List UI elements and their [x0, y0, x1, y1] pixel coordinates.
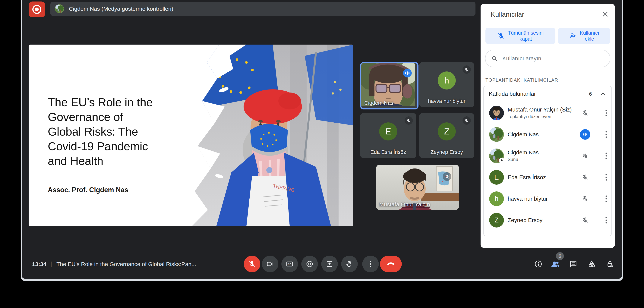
kebab-icon	[605, 109, 607, 117]
participant-menu-button[interactable]	[601, 194, 612, 204]
equalizer-icon	[582, 132, 588, 137]
contributors-count: 6	[589, 91, 592, 97]
participant-menu-button[interactable]	[601, 215, 612, 226]
tile-name-label: Mustafa Onur Yalçın	[379, 201, 430, 208]
mic-off-icon	[582, 174, 588, 180]
mute-all-button[interactable]: Tümünün sesini kapat	[486, 28, 556, 44]
add-user-label: Kullanıcı ekle	[580, 30, 599, 42]
camera-toggle-button[interactable]	[262, 256, 278, 272]
video-tile-havva[interactable]: h havva nur biytur	[419, 62, 474, 107]
avatar: Z	[438, 122, 456, 140]
participant-menu-button[interactable]	[601, 129, 612, 140]
svg-text:CC: CC	[288, 263, 292, 266]
avatar: h	[438, 72, 456, 90]
participant-status	[580, 215, 590, 226]
video-tile-eda[interactable]: E Eda Esra İrisöz	[360, 113, 416, 158]
pin-icon	[500, 159, 504, 162]
participant-status	[580, 150, 590, 161]
users-panel: Kullanıcılar Tümünün sesini kapat Kullan…	[480, 4, 615, 248]
more-options-icon	[370, 260, 372, 268]
avatar	[55, 4, 64, 13]
search-icon	[491, 55, 498, 62]
participant-menu-button[interactable]	[601, 150, 612, 161]
mic-off-icon	[497, 32, 504, 40]
emoji-icon	[306, 260, 314, 268]
tile-name-label: Cigdem Nas	[364, 100, 393, 106]
search-input[interactable]	[502, 55, 610, 62]
participants-section-label: TOPLANTIDAKİ KATILIMCILAR	[486, 78, 558, 83]
captions-button[interactable]: CC	[281, 256, 298, 272]
user-search-field[interactable]	[485, 50, 610, 67]
participant-row[interactable]: E Eda Esra İrisöz	[484, 166, 612, 188]
participant-subtitle: Toplantıyı düzenleyen	[508, 114, 551, 119]
raise-hand-button[interactable]	[341, 256, 358, 272]
pin-badge	[499, 158, 505, 164]
avatar: h	[489, 192, 504, 206]
end-call-button[interactable]	[380, 256, 402, 272]
participant-name: havva nur biytur	[508, 196, 548, 202]
participant-row[interactable]: Cigdem Nas	[484, 124, 612, 145]
close-icon	[602, 11, 608, 18]
video-tile-cigdem[interactable]: Cigdem Nas	[360, 62, 418, 110]
participant-name: Cigdem Nas	[508, 131, 539, 138]
kebab-icon	[605, 216, 607, 224]
mic-off-icon	[582, 196, 588, 202]
video-tile-zeynep[interactable]: Z Zeynep Ersoy	[419, 113, 474, 158]
end-call-icon	[387, 260, 395, 268]
participant-menu-button[interactable]	[601, 108, 612, 118]
participant-row[interactable]: Z Zeynep Ersoy	[484, 210, 612, 231]
activities-icon	[588, 260, 596, 268]
video-tile-mustafa[interactable]: Mustafa Onur Yalçın	[376, 165, 459, 210]
closed-captions-icon: CC	[286, 260, 294, 268]
people-count-badge: 6	[556, 252, 564, 260]
speaker-off-icon	[582, 153, 588, 159]
participant-name: Zeynep Ersoy	[508, 217, 542, 224]
tile-name-label: Zeynep Ersoy	[419, 149, 474, 155]
participant-name: Cigdem Nas	[508, 149, 539, 156]
mic-off-badge	[443, 172, 452, 181]
close-panel-button[interactable]	[600, 10, 610, 19]
kebab-icon	[605, 174, 607, 181]
avatar	[489, 127, 504, 142]
contributors-header[interactable]: Katkıda bulunanlar 6	[484, 86, 612, 102]
raise-hand-icon	[346, 260, 353, 268]
participant-subtitle: Sunu	[508, 157, 518, 162]
speaking-indicator	[580, 129, 590, 140]
avatar: E	[489, 170, 504, 185]
slide-photo: THERING	[184, 44, 353, 226]
participant-name: Eda Esra İrisöz	[508, 174, 546, 180]
participant-row[interactable]: Mustafa Onur Yalçın (Siz) Toplantıyı düz…	[484, 102, 612, 124]
activities-button[interactable]	[583, 256, 600, 272]
participant-menu-button[interactable]	[601, 172, 612, 182]
present-icon	[326, 260, 333, 268]
clock: 13:34	[32, 261, 46, 268]
videocam-icon	[266, 260, 274, 268]
mic-off-icon	[445, 174, 450, 179]
chevron-up-icon[interactable]	[600, 92, 606, 97]
meeting-details-button[interactable]	[530, 256, 547, 272]
tile-name-label: havva nur biytur	[419, 98, 474, 104]
presenter-banner-label: Cigdem Nas (Medya gösterme kontrolleri)	[69, 2, 173, 16]
record-icon	[32, 4, 42, 15]
add-user-button[interactable]: Kullanıcı ekle	[558, 28, 610, 44]
person-add-icon	[569, 32, 576, 40]
participant-status	[580, 108, 590, 118]
participant-row[interactable]: h havva nur biytur	[484, 188, 612, 210]
mic-off-badge	[462, 66, 471, 74]
mic-off-badge	[462, 116, 471, 125]
contributors-label: Katkıda bulunanlar	[489, 91, 536, 97]
present-button[interactable]	[321, 256, 338, 272]
host-controls-button[interactable]	[602, 256, 618, 272]
reactions-button[interactable]	[301, 256, 318, 272]
contributors-card: Katkıda bulunanlar 6 Mustafa Onur Yalçın…	[483, 86, 612, 236]
more-options-button[interactable]	[362, 256, 379, 272]
chat-panel-button[interactable]	[565, 256, 582, 272]
mic-toggle-button[interactable]	[244, 256, 260, 272]
equalizer-icon	[405, 71, 410, 76]
participant-name: Mustafa Onur Yalçın (Siz)	[508, 106, 572, 113]
presentation-slide: THERING The EU’s Role in the Governance …	[28, 44, 353, 226]
recording-indicator[interactable]	[28, 2, 45, 17]
divider: |	[50, 260, 52, 268]
participant-row[interactable]: Cigdem Nas Sunu	[484, 145, 612, 166]
meeting-title: The EU's Role in the Governance of Globa…	[56, 261, 196, 268]
